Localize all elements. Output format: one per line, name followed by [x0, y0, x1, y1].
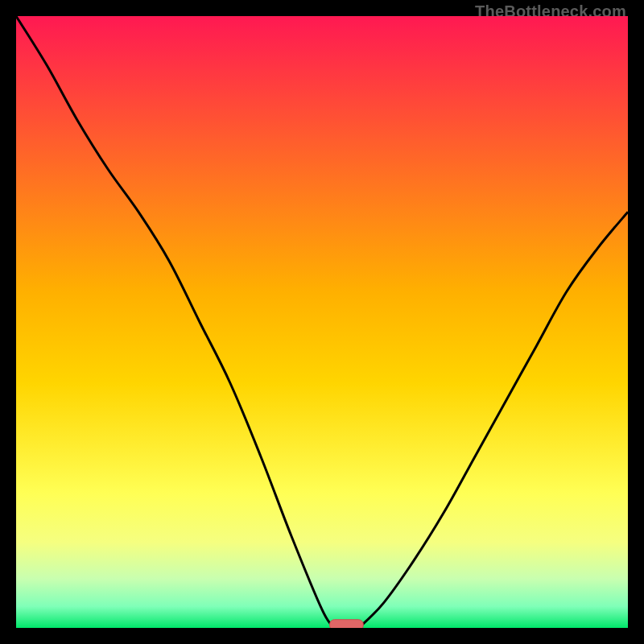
optimal-marker	[330, 620, 364, 628]
chart-frame: { "watermark": "TheBottleneck.com", "col…	[0, 0, 644, 644]
bottleneck-chart	[16, 16, 628, 628]
gradient-background	[16, 16, 628, 628]
